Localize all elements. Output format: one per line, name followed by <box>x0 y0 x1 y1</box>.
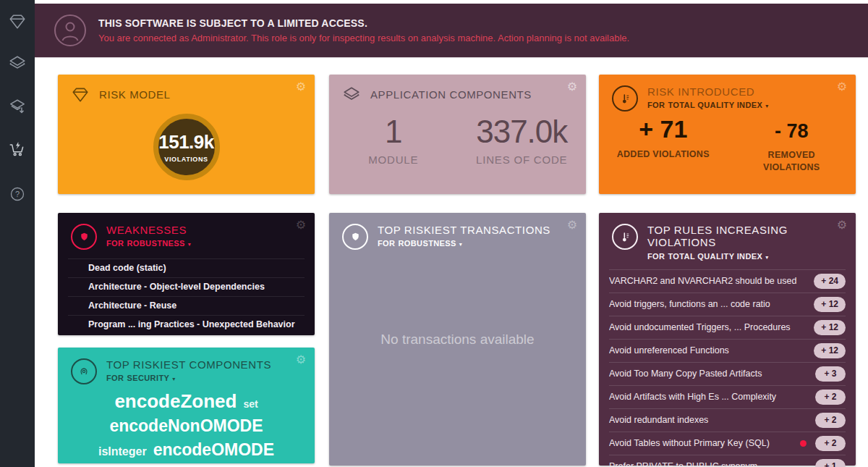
added-violations: + 71 ADDED VIOLATIONS <box>599 116 728 173</box>
card-title: APPLICATION COMPONENTS <box>370 88 532 101</box>
violations-value: 151.9k <box>158 131 214 153</box>
svg-text:?: ? <box>15 190 20 198</box>
card-filter[interactable]: FORTOTAL QUALITY INDEX▾ <box>647 252 827 261</box>
rule-row[interactable]: Prefer PRIVATE to PUBLIC synonym + 1 <box>609 455 846 467</box>
rule-row[interactable]: VARCHAR2 and NVARCHAR2 should be used + … <box>609 269 846 293</box>
component-word-cloud: encodeZonedset encodeNonOMODE isIntegere… <box>58 390 315 460</box>
card-top-riskiest-transactions: ⚙ TOP RISKIEST TRANSACTIONS FORROBUSTNES… <box>329 213 586 466</box>
card-weaknesses: ⚙ WEAKNESSES FORROBUSTNESS▾ Dead code (s… <box>58 213 315 335</box>
gear-icon[interactable]: ⚙ <box>296 81 306 93</box>
layers-icon[interactable] <box>0 51 35 77</box>
violations-delta-badge: + 12 <box>814 343 846 358</box>
added-violations-label: ADDED VIOLATIONS <box>599 149 728 159</box>
for-label: FOR <box>647 252 665 261</box>
card-filter[interactable]: FORROBUSTNESS▾ <box>106 239 191 248</box>
chevron-down-icon[interactable]: ▾ <box>765 103 768 109</box>
gear-icon[interactable]: ⚙ <box>296 219 306 231</box>
filter-value: ROBUSTNESS <box>127 239 184 248</box>
rule-label: Avoid Tables without Primary Key (SQL) <box>609 438 800 448</box>
rule-label: Avoid redundant indexes <box>609 415 815 425</box>
chevron-down-icon[interactable]: ▾ <box>765 254 768 261</box>
metric-value: 1 <box>329 114 458 149</box>
rule-row[interactable]: Avoid unreferenced Functions + 12 <box>609 339 846 362</box>
rule-label: VARCHAR2 and NVARCHAR2 should be used <box>609 276 814 286</box>
added-violations-value: + 71 <box>599 116 728 143</box>
for-label: FOR <box>647 101 665 109</box>
component-name[interactable]: encodeNonOMODE <box>109 416 263 437</box>
metrics: 1 MODULE 337.0k LINES OF CODE <box>329 114 586 166</box>
banner-subtitle: You are connected as Administrator. This… <box>98 33 629 43</box>
card-title: RISK MODEL <box>99 88 171 101</box>
for-label: FOR <box>106 374 124 382</box>
thermometer-icon <box>612 85 638 112</box>
weakness-item[interactable]: Program ... ing Practices - Unexpected B… <box>68 315 305 334</box>
card-application-components: ⚙ APPLICATION COMPONENTS 1 MODULE 337.0k… <box>329 75 586 194</box>
rule-row[interactable]: Avoid undocumented Triggers, ... Procedu… <box>609 316 846 339</box>
component-name[interactable]: encodeZoned <box>114 390 237 413</box>
card-risk-model: ⚙ RISK MODEL 151.9k VIOLATIONS <box>58 75 315 194</box>
cloud-line: isIntegerencodeOMODE <box>58 440 315 460</box>
chevron-down-icon[interactable]: ▾ <box>188 241 191 248</box>
layers-download-icon[interactable] <box>0 94 35 120</box>
filter-value: SECURITY <box>127 374 169 382</box>
rule-label: Avoid undocumented Triggers, ... Procedu… <box>609 322 814 332</box>
violations-delta-badge: + 3 <box>815 366 846 382</box>
violations-delta-badge: + 12 <box>814 297 846 312</box>
card-title: TOP RULES INCREASING VIOLATIONS <box>647 224 827 249</box>
cloud-line: encodeNonOMODE <box>58 416 315 437</box>
rule-row[interactable]: Avoid redundant indexes + 2 <box>609 408 846 432</box>
chevron-down-icon[interactable]: ▾ <box>172 376 175 382</box>
limited-access-banner: THIS SOFTWARE IS SUBJECT TO A LIMITED AC… <box>35 4 868 58</box>
gem-icon <box>71 85 90 104</box>
gear-icon[interactable]: ⚙ <box>296 354 306 366</box>
help-icon[interactable]: ? <box>0 181 35 207</box>
shield-icon <box>71 224 97 250</box>
component-name[interactable]: isInteger <box>98 445 147 458</box>
rules-list: VARCHAR2 and NVARCHAR2 should be used + … <box>609 269 846 467</box>
gear-icon[interactable]: ⚙ <box>837 219 847 231</box>
weakness-item[interactable]: Dead code (static) <box>68 258 305 277</box>
component-name[interactable]: set <box>243 398 258 411</box>
card-title: WEAKNESSES <box>106 224 191 236</box>
card-top-riskiest-components: ⚙ TOP RISKIEST COMPONENTS FORSECURITY▾ e… <box>58 348 315 463</box>
rule-label: Avoid triggers, functions an ... code ra… <box>609 299 814 309</box>
card-filter[interactable]: FORSECURITY▾ <box>106 374 271 382</box>
empty-state-message: No transactions available <box>329 213 586 466</box>
weakness-item[interactable]: Architecture - Reuse <box>68 296 305 315</box>
rule-row[interactable]: Avoid Tables without Primary Key (SQL) +… <box>609 432 846 455</box>
weaknesses-list: Dead code (static) Architecture - Object… <box>68 258 305 334</box>
rule-row[interactable]: Avoid triggers, functions an ... code ra… <box>609 293 846 316</box>
component-name[interactable]: encodeOMODE <box>153 440 274 460</box>
violations-label: VIOLATIONS <box>164 156 208 163</box>
card-filter[interactable]: FORTOTAL QUALITY INDEX▾ <box>647 101 769 109</box>
critical-dot-icon <box>800 440 807 447</box>
filter-value: TOTAL QUALITY INDEX <box>668 101 762 109</box>
removed-violations-value: - 78 <box>728 116 856 143</box>
gem-icon[interactable] <box>0 9 35 35</box>
rule-label: Avoid Artifacts with High Es ... Complex… <box>609 392 815 402</box>
violations-delta-badge: + 2 <box>815 436 846 451</box>
gear-icon[interactable]: ⚙ <box>567 81 577 93</box>
rule-row[interactable]: Avoid Too Many Copy Pasted Artifacts + 3 <box>609 362 846 385</box>
left-sidebar: ? <box>0 0 35 467</box>
thermometer-icon <box>612 224 638 250</box>
banner-title: THIS SOFTWARE IS SUBJECT TO A LIMITED AC… <box>98 17 629 29</box>
violations-delta-badge: + 12 <box>814 320 846 335</box>
removed-violations: - 78 REMOVED VIOLATIONS <box>728 116 856 173</box>
for-label: FOR <box>106 239 124 248</box>
cloud-line: encodeZonedset <box>58 390 315 413</box>
violations-counter[interactable]: 151.9k VIOLATIONS <box>153 114 220 180</box>
card-risk-introduced: ⚙ RISK INTRODUCED FORTOTAL QUALITY INDEX… <box>599 75 856 194</box>
metric: 337.0k LINES OF CODE <box>458 114 587 166</box>
gear-icon[interactable]: ⚙ <box>837 81 847 93</box>
card-title: TOP RISKIEST COMPONENTS <box>106 358 271 371</box>
card-title: RISK INTRODUCED <box>647 85 769 98</box>
rule-label: Avoid Too Many Copy Pasted Artifacts <box>609 369 815 379</box>
weakness-item[interactable]: Architecture - Object-level Dependencies <box>68 277 305 296</box>
cart-lightning-icon[interactable] <box>0 136 35 162</box>
administrator-avatar-icon <box>54 14 87 47</box>
rule-row[interactable]: Avoid Artifacts with High Es ... Complex… <box>609 385 846 408</box>
layers-icon <box>342 85 361 104</box>
fingerprint-icon <box>71 358 97 384</box>
rule-label: Avoid unreferenced Functions <box>609 345 814 355</box>
